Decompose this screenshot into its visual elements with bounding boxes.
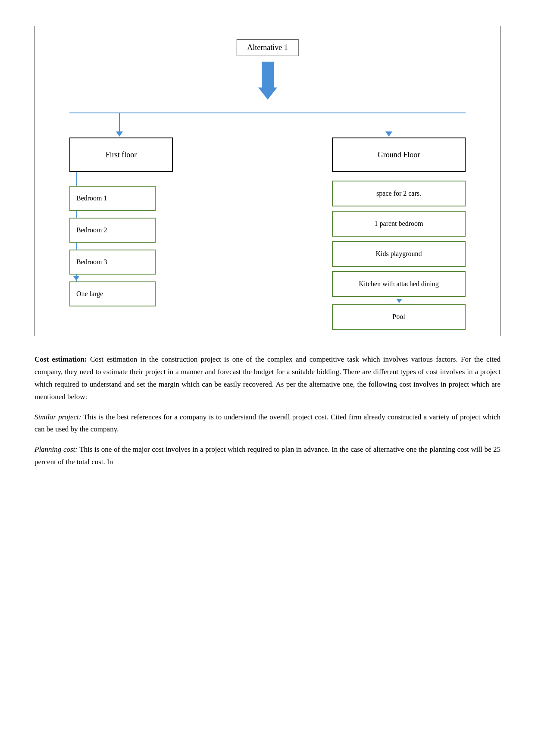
- first-floor-label: First floor: [106, 150, 137, 159]
- right-item-1: space for 2 cars.: [332, 181, 466, 206]
- similar-project-label: Similar project:: [34, 413, 81, 421]
- left-item-1-label: Bedroom 1: [76, 194, 107, 202]
- right-item-5-label: Pool: [392, 313, 405, 321]
- right-item-5: Pool: [332, 304, 466, 330]
- text-section: Cost estimation: Cost estimation in the …: [34, 353, 501, 469]
- right-item-3-label: Kids playground: [375, 250, 422, 258]
- right-item-4: Kitchen with attached dining: [332, 271, 466, 297]
- right-item-3: Kids playground: [332, 241, 466, 267]
- right-item-2: 1 parent bedroom: [332, 211, 466, 237]
- right-item-4-label: Kitchen with attached dining: [359, 280, 438, 288]
- left-branch-arrow: [116, 131, 123, 137]
- left-item-4-label: One large: [76, 290, 103, 298]
- cost-estimation-label: Cost estimation:: [34, 355, 87, 363]
- planning-cost-body: This is one of the major cost involves i…: [34, 445, 501, 466]
- similar-project-body: This is the best references for a compan…: [34, 413, 501, 434]
- ground-floor-box: Ground Floor: [332, 137, 466, 172]
- left-sub-arrow: [73, 276, 79, 281]
- left-item-1: Bedroom 1: [69, 186, 156, 211]
- left-item-3-label: Bedroom 3: [76, 258, 107, 266]
- planning-cost-label: Planning cost:: [34, 445, 78, 453]
- first-floor-box: First floor: [69, 137, 173, 172]
- arrow-shaft: [262, 62, 274, 87]
- left-item-2: Bedroom 2: [69, 218, 156, 243]
- diagram-container: Alternative 1 First floor Ground Floor B…: [34, 26, 501, 336]
- right-item-2-label: 1 parent bedroom: [375, 220, 423, 228]
- cost-estimation-body: Cost estimation in the construction proj…: [34, 355, 501, 401]
- alternative-1-box: Alternative 1: [236, 39, 298, 56]
- right-sub-arrow: [396, 299, 402, 303]
- left-item-3: Bedroom 3: [69, 250, 156, 275]
- left-item-2-label: Bedroom 2: [76, 226, 107, 234]
- right-vertical-line: [389, 112, 390, 134]
- cost-estimation-paragraph: Cost estimation: Cost estimation in the …: [34, 353, 501, 403]
- main-arrow-down: [258, 62, 277, 100]
- left-vertical-line: [119, 112, 120, 134]
- planning-cost-paragraph: Planning cost: This is one of the major …: [34, 444, 501, 469]
- horizontal-connector: [69, 112, 466, 113]
- left-item-4: One large: [69, 281, 156, 306]
- right-branch-arrow: [385, 131, 392, 137]
- arrow-head: [258, 87, 277, 100]
- ground-floor-label: Ground Floor: [378, 150, 420, 159]
- similar-project-paragraph: Similar project: This is the best refere…: [34, 411, 501, 436]
- alternative-1-label: Alternative 1: [247, 43, 288, 52]
- right-item-1-label: space for 2 cars.: [376, 190, 421, 197]
